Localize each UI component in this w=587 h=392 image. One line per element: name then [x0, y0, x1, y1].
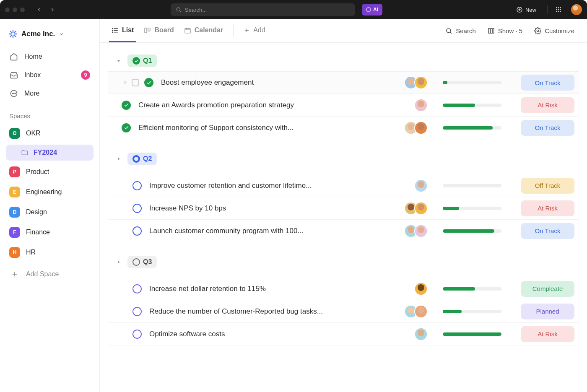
nav-forward[interactable]	[47, 4, 58, 16]
ai-button[interactable]: AI	[362, 4, 382, 16]
assignee-group[interactable]	[404, 305, 428, 318]
avatar[interactable]	[414, 202, 428, 215]
space-item-product[interactable]: P Product	[4, 162, 95, 182]
status-tag[interactable]: On Track	[521, 120, 574, 136]
assignee-group[interactable]	[404, 76, 428, 89]
task-checkbox[interactable]	[132, 79, 139, 86]
chevron-right-icon[interactable]	[115, 155, 122, 163]
group-header[interactable]: Q1	[108, 50, 579, 71]
assignee-group[interactable]	[414, 179, 428, 192]
group-pill[interactable]: Q2	[127, 153, 157, 165]
task-title[interactable]: Boost employee engagement	[161, 78, 404, 87]
profile-avatar[interactable]	[571, 4, 582, 15]
assignee-group[interactable]	[404, 202, 428, 215]
avatar[interactable]	[414, 305, 428, 318]
assignee-group[interactable]	[414, 99, 428, 112]
assignee-group[interactable]	[404, 224, 428, 238]
status-tag[interactable]: Compleate	[521, 281, 574, 297]
add-view-button[interactable]: Add	[241, 19, 268, 42]
avatar[interactable]	[414, 224, 428, 238]
group-pill[interactable]: Q3	[127, 256, 157, 268]
chevron-down-icon[interactable]	[115, 57, 122, 65]
status-circle-icon[interactable]	[132, 330, 142, 339]
task-row[interactable]: Improve customer retention and customer …	[108, 174, 579, 197]
nav-back[interactable]	[33, 4, 45, 16]
status-tag[interactable]: Off Track	[521, 178, 574, 194]
sidebar-item-home[interactable]: Home	[4, 48, 95, 65]
sidebar-item-inbox[interactable]: Inbox 9	[4, 66, 95, 84]
view-tab-list[interactable]: List	[109, 19, 136, 42]
status-tag[interactable]: On Track	[521, 75, 574, 91]
group-header[interactable]: Q3	[108, 252, 579, 273]
task-row[interactable]: Increase net dollar retention to 115%Com…	[108, 278, 579, 300]
new-button[interactable]: New	[513, 6, 540, 13]
group-pill[interactable]: Q1	[127, 55, 157, 67]
folder-fy2024[interactable]: FY2024	[6, 145, 94, 161]
status-circle-icon[interactable]	[132, 284, 142, 293]
assignee-group[interactable]	[414, 327, 428, 341]
status-tag[interactable]: At Risk	[521, 200, 574, 216]
status-circle-icon[interactable]	[132, 226, 142, 236]
status-tag[interactable]: At Risk	[521, 326, 574, 342]
progress-bar	[443, 126, 501, 130]
app-grid-icon[interactable]	[555, 6, 562, 13]
avatar[interactable]	[414, 76, 428, 89]
status-tag[interactable]: At Risk	[521, 97, 574, 113]
list-area[interactable]: Q1Boost employee engagementOn TrackCreat…	[100, 43, 587, 392]
status-circle-icon[interactable]	[132, 204, 142, 213]
task-title[interactable]: Efficient monitoring of Support consiste…	[138, 124, 404, 132]
group-header[interactable]: Q2	[108, 148, 579, 169]
task-row[interactable]: Create an Awards promotion preparation s…	[108, 94, 579, 117]
sidebar-item-more[interactable]: More	[4, 85, 95, 102]
customize-button[interactable]: Customize	[531, 19, 578, 42]
workspace-switcher[interactable]: Acme Inc.	[4, 24, 95, 47]
minimize-light[interactable]	[13, 8, 17, 12]
show-columns-button[interactable]: Show · 5	[484, 19, 526, 42]
task-row[interactable]: Launch customer community program with 1…	[108, 220, 579, 242]
space-item-okr[interactable]: O OKR	[4, 124, 95, 143]
assignee-group[interactable]	[404, 121, 428, 135]
avatar[interactable]	[414, 282, 428, 296]
view-tab-calendar[interactable]: Calendar	[182, 19, 226, 42]
task-title[interactable]: Launch customer community program with 1…	[149, 227, 404, 235]
avatar[interactable]	[414, 121, 428, 135]
status-done-icon[interactable]	[122, 123, 131, 132]
space-item-engineering[interactable]: E Engineering	[4, 182, 95, 202]
space-item-hr[interactable]: H HR	[4, 243, 95, 262]
task-row[interactable]: Boost employee engagementOn Track	[108, 71, 579, 94]
nav-arrows	[33, 4, 58, 16]
task-title[interactable]: Increase NPS by 10 bps	[149, 204, 404, 213]
avatar[interactable]	[414, 99, 428, 112]
view-tab-board[interactable]: Board	[141, 19, 176, 42]
task-row[interactable]: Increase NPS by 10 bpsAt Risk	[108, 197, 579, 220]
view-search-button[interactable]: Search	[442, 19, 479, 42]
chevron-right-icon[interactable]	[115, 258, 122, 266]
svg-point-24	[13, 93, 14, 94]
status-circle-icon[interactable]	[132, 307, 142, 316]
space-item-finance[interactable]: F Finance	[4, 223, 95, 242]
space-item-design[interactable]: D Design	[4, 202, 95, 222]
task-title[interactable]: Create an Awards promotion preparation s…	[138, 101, 414, 109]
drag-handle-icon[interactable]	[122, 79, 129, 86]
task-row[interactable]: Efficient monitoring of Support consiste…	[108, 117, 579, 139]
avatar[interactable]	[414, 179, 428, 192]
status-tag[interactable]: Planned	[521, 304, 574, 319]
assignee-group[interactable]	[414, 282, 428, 296]
close-light[interactable]	[5, 8, 10, 12]
view-tab-label: List	[122, 26, 134, 34]
task-title[interactable]: Reduce the number of Customer-Reported b…	[149, 307, 404, 316]
status-tag[interactable]: On Track	[521, 223, 574, 239]
avatar[interactable]	[414, 327, 428, 341]
status-done-icon[interactable]	[122, 101, 131, 110]
task-row[interactable]: Reduce the number of Customer-Reported b…	[108, 300, 579, 323]
zoom-light[interactable]	[20, 8, 25, 12]
status-done-icon[interactable]	[144, 78, 153, 87]
task-title[interactable]: Improve customer retention and customer …	[149, 182, 414, 190]
status-circle-icon[interactable]	[132, 181, 142, 190]
task-title[interactable]: Increase net dollar retention to 115%	[149, 285, 414, 293]
group-name-label: Q1	[143, 57, 152, 65]
add-space-button[interactable]: Add Space	[4, 265, 95, 284]
global-search-input[interactable]: Search...	[171, 3, 355, 16]
task-title[interactable]: Optimize software costs	[149, 330, 414, 338]
task-row[interactable]: Optimize software costsAt Risk	[108, 323, 579, 345]
